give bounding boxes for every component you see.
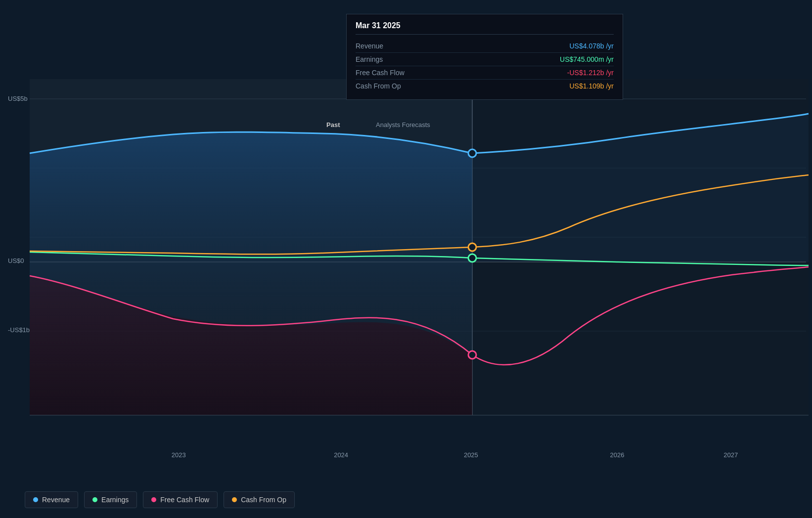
legend-label-earnings: Earnings [101, 496, 129, 504]
y-label-0: US$0 [8, 257, 24, 264]
tooltip-label-earnings: Earnings [356, 55, 383, 63]
x-label-2024: 2024 [334, 451, 348, 459]
x-label-2027: 2027 [723, 451, 738, 459]
legend-label-cashfromop: Cash From Op [241, 496, 286, 504]
tooltip-row-cashfromop: Cash From Op US$1.109b /yr [356, 80, 614, 92]
legend-dot-cashfromop [232, 497, 237, 502]
tooltip-row-earnings: Earnings US$745.000m /yr [356, 53, 614, 66]
legend-item-cashfromop[interactable]: Cash From Op [224, 491, 295, 508]
svg-point-11 [468, 254, 476, 262]
legend-label-revenue: Revenue [42, 496, 70, 504]
tooltip-label-revenue: Revenue [356, 42, 383, 50]
x-label-2023: 2023 [172, 451, 186, 459]
y-label-neg1b: -US$1b [8, 326, 30, 334]
tooltip-value-earnings: US$745.000m /yr [560, 55, 614, 63]
legend-item-fcf[interactable]: Free Cash Flow [143, 491, 218, 508]
forecast-label: Analysts Forecasts [376, 121, 430, 129]
svg-point-10 [468, 149, 476, 157]
legend-dot-revenue [33, 497, 38, 502]
tooltip-value-cashfromop: US$1.109b /yr [570, 82, 614, 90]
legend-item-earnings[interactable]: Earnings [84, 491, 137, 508]
x-label-2026: 2026 [610, 451, 624, 459]
tooltip-label-cashfromop: Cash From Op [356, 82, 401, 90]
tooltip-label-fcf: Free Cash Flow [356, 69, 405, 77]
legend: Revenue Earnings Free Cash Flow Cash Fro… [25, 491, 295, 508]
tooltip-date: Mar 31 2025 [356, 21, 614, 35]
legend-item-revenue[interactable]: Revenue [25, 491, 78, 508]
tooltip: Mar 31 2025 Revenue US$4.078b /yr Earnin… [346, 14, 623, 100]
y-label-5b: US$5b [8, 95, 28, 102]
tooltip-row-fcf: Free Cash Flow -US$1.212b /yr [356, 66, 614, 80]
legend-label-fcf: Free Cash Flow [160, 496, 209, 504]
svg-point-13 [468, 351, 476, 359]
legend-dot-earnings [92, 497, 97, 502]
chart-container: US$5b US$0 -US$1b Past Analysts Forecast… [0, 0, 812, 518]
svg-point-12 [468, 243, 476, 251]
x-label-2025: 2025 [464, 451, 478, 459]
tooltip-value-revenue: US$4.078b /yr [570, 42, 614, 50]
legend-dot-fcf [151, 497, 156, 502]
tooltip-row-revenue: Revenue US$4.078b /yr [356, 40, 614, 53]
tooltip-value-fcf: -US$1.212b /yr [567, 69, 614, 77]
past-label: Past [326, 121, 340, 129]
